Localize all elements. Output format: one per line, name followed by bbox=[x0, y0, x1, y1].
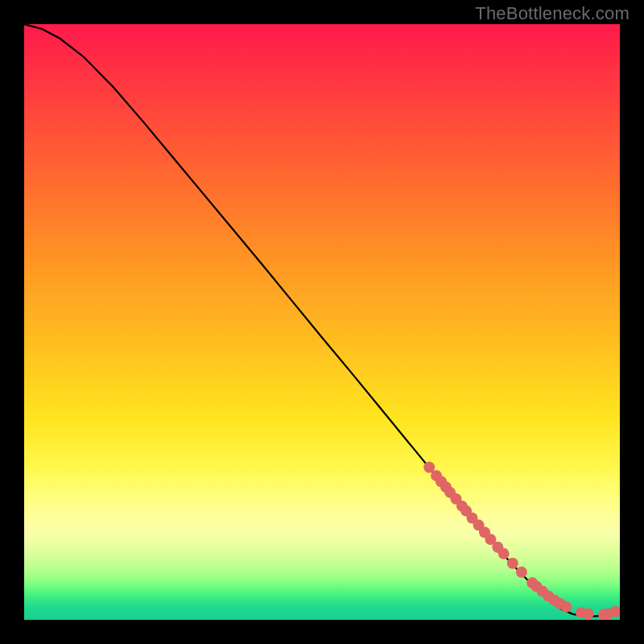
data-point bbox=[583, 609, 594, 620]
data-points bbox=[423, 462, 620, 620]
chart-title bbox=[0, 0, 1, 1]
data-point bbox=[498, 548, 510, 559]
plot-area bbox=[24, 24, 620, 620]
data-point bbox=[560, 601, 572, 613]
data-point bbox=[516, 567, 527, 578]
data-point bbox=[507, 558, 518, 569]
chart-container: TheBottleneck.com bbox=[0, 0, 644, 644]
dots-layer bbox=[24, 24, 620, 620]
watermark-text: TheBottleneck.com bbox=[475, 3, 630, 24]
